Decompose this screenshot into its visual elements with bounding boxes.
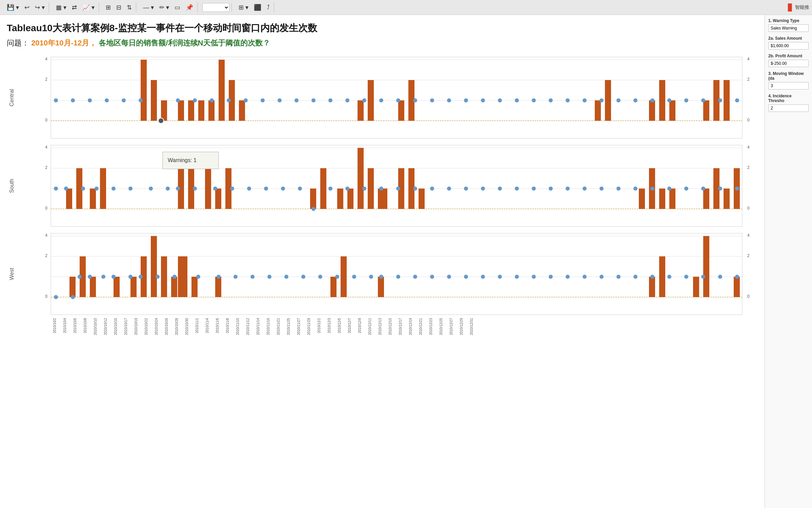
west-bar[interactable] bbox=[90, 277, 96, 297]
west-bar[interactable] bbox=[378, 277, 384, 297]
south-bar[interactable] bbox=[659, 189, 665, 209]
south-bar[interactable] bbox=[215, 189, 221, 209]
central-bar[interactable] bbox=[703, 100, 709, 121]
svg-text:2: 2 bbox=[747, 77, 750, 82]
west-bar[interactable] bbox=[69, 277, 76, 297]
central-bar[interactable] bbox=[141, 60, 147, 121]
svg-text:2010/12/21: 2010/12/21 bbox=[419, 318, 423, 335]
west-bar[interactable] bbox=[178, 256, 184, 297]
svg-text:4: 4 bbox=[747, 57, 750, 61]
save-button[interactable]: 💾 ▾ bbox=[5, 2, 21, 13]
svg-text:2010/11/10: 2010/11/10 bbox=[236, 318, 240, 335]
west-bar[interactable] bbox=[215, 277, 221, 297]
west-bar[interactable] bbox=[191, 277, 198, 297]
central-bar[interactable] bbox=[188, 100, 194, 121]
south-bar[interactable] bbox=[90, 189, 96, 209]
central-bar[interactable] bbox=[358, 100, 364, 121]
central-bar[interactable] bbox=[724, 80, 730, 121]
filter-warning-type-input[interactable] bbox=[768, 24, 809, 32]
central-bar[interactable] bbox=[151, 80, 157, 121]
south-dot bbox=[230, 187, 234, 191]
south-dot bbox=[735, 187, 739, 191]
west-bar[interactable] bbox=[151, 236, 157, 297]
bar-chart-button[interactable]: ▦ ▾ bbox=[54, 2, 68, 13]
filter-moving-window-input[interactable] bbox=[768, 82, 809, 90]
west-bar[interactable] bbox=[703, 236, 709, 297]
present-button[interactable]: ⊞ ▾ bbox=[237, 2, 250, 13]
west-dot bbox=[369, 275, 373, 279]
svg-text:2010/10/30: 2010/10/30 bbox=[185, 318, 189, 335]
south-bar[interactable] bbox=[100, 168, 106, 209]
west-bar[interactable] bbox=[734, 277, 740, 297]
central-dot bbox=[345, 98, 349, 102]
logo-text: 智能推 bbox=[795, 4, 809, 11]
central-dot bbox=[566, 98, 570, 102]
central-dot bbox=[261, 98, 265, 102]
south-bar[interactable] bbox=[669, 189, 675, 209]
central-bar[interactable] bbox=[669, 100, 675, 121]
west-bar[interactable] bbox=[114, 277, 120, 297]
south-bar[interactable] bbox=[310, 189, 316, 209]
swap-button[interactable]: ⇄ bbox=[70, 2, 79, 13]
share-button[interactable]: ⤴ bbox=[265, 2, 272, 12]
south-bar[interactable] bbox=[320, 168, 326, 209]
south-bar[interactable] bbox=[639, 189, 645, 209]
central-dot bbox=[176, 98, 180, 102]
view-dropdown[interactable] bbox=[202, 3, 229, 12]
central-bar[interactable] bbox=[239, 100, 245, 121]
svg-text:2010/12/31: 2010/12/31 bbox=[470, 318, 473, 335]
fullscreen-button[interactable]: ⬛ bbox=[252, 2, 263, 13]
west-dot bbox=[498, 275, 502, 279]
filter-sales-amount-input[interactable] bbox=[768, 42, 809, 50]
line-button[interactable]: — ▾ bbox=[141, 2, 156, 13]
svg-text:0: 0 bbox=[45, 294, 47, 299]
central-dot bbox=[379, 98, 383, 102]
west-bar[interactable] bbox=[130, 277, 137, 297]
west-bar[interactable] bbox=[659, 256, 665, 297]
west-bar[interactable] bbox=[171, 277, 177, 297]
frame-button[interactable]: ▭ bbox=[172, 2, 182, 13]
svg-text:2010/10/8: 2010/10/8 bbox=[83, 318, 87, 333]
group-button[interactable]: ⊞ bbox=[104, 2, 113, 13]
svg-text:2010/11/6: 2010/11/6 bbox=[216, 318, 219, 333]
central-bar[interactable] bbox=[649, 100, 655, 121]
south-bar[interactable] bbox=[347, 189, 353, 209]
west-bar[interactable] bbox=[649, 277, 655, 297]
west-bar[interactable] bbox=[341, 256, 347, 297]
central-bar[interactable] bbox=[595, 100, 601, 121]
sort-button[interactable]: ⇅ bbox=[125, 2, 134, 13]
central-bar[interactable] bbox=[198, 100, 204, 121]
south-bar[interactable] bbox=[337, 189, 343, 209]
filter-profit-amount-input[interactable] bbox=[768, 60, 809, 67]
south-bar[interactable] bbox=[368, 168, 374, 209]
svg-text:2010/10/15: 2010/10/15 bbox=[114, 318, 118, 335]
annotation-button[interactable]: ✏ ▾ bbox=[157, 2, 171, 13]
central-bar[interactable] bbox=[208, 100, 215, 121]
central-bar[interactable] bbox=[368, 80, 374, 121]
central-bar[interactable] bbox=[605, 80, 611, 121]
central-bar[interactable] bbox=[659, 80, 665, 121]
undo-button[interactable]: ↩ bbox=[22, 2, 32, 13]
redo-button[interactable]: ↪ ▾ bbox=[33, 2, 47, 13]
west-bar[interactable] bbox=[161, 256, 167, 297]
south-bar[interactable] bbox=[703, 189, 709, 209]
central-bar[interactable] bbox=[219, 60, 225, 121]
tooltip-marker[interactable] bbox=[158, 118, 164, 123]
central-bar[interactable] bbox=[398, 100, 404, 121]
south-bar[interactable] bbox=[419, 189, 425, 209]
south-bar[interactable] bbox=[358, 148, 364, 209]
south-bar[interactable] bbox=[205, 168, 211, 209]
central-bar[interactable] bbox=[178, 100, 184, 121]
west-bar[interactable] bbox=[693, 277, 699, 297]
south-bar[interactable] bbox=[724, 189, 730, 209]
pin-button[interactable]: 📌 bbox=[184, 2, 195, 13]
south-bar[interactable] bbox=[381, 189, 387, 209]
central-bar[interactable] bbox=[161, 100, 167, 121]
hierarchy-button[interactable]: ⊟ bbox=[114, 2, 123, 13]
south-bar[interactable] bbox=[66, 189, 72, 209]
south-dot bbox=[95, 187, 99, 191]
svg-text:0: 0 bbox=[747, 118, 750, 122]
analytics-button[interactable]: 📈 ▾ bbox=[80, 2, 97, 13]
west-bar[interactable] bbox=[330, 277, 337, 297]
filter-incidence-threshold-input[interactable] bbox=[768, 104, 809, 112]
